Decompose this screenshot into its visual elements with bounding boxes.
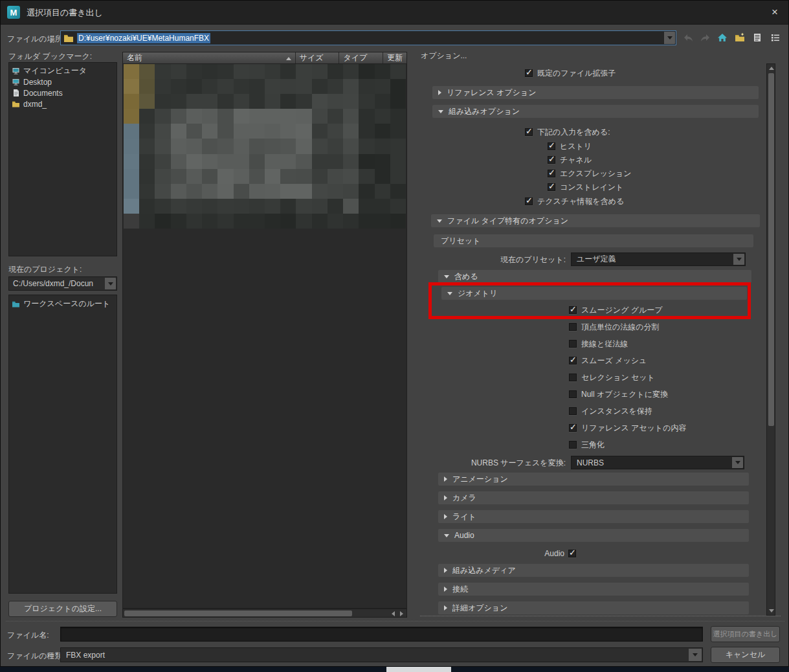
checkbox-box-icon: ✓ (569, 407, 577, 415)
checkbox-box-icon: ✓ (548, 183, 555, 191)
section-reference-options[interactable]: リファレンス オプション (432, 86, 759, 99)
checkbox-box-icon: ✓ (569, 357, 577, 364)
path-text-selected: D:¥user¥nozaki¥UE¥MetaHumanFBX (77, 33, 210, 43)
workspace-folder-icon (12, 300, 20, 308)
checkbox-history[interactable]: ✓ ヒストリ (548, 140, 592, 152)
current-preset-select[interactable]: ユーザ定義 (571, 252, 746, 266)
checkbox-split-vertex-normals[interactable]: ✓ 頂点単位の法線の分割 (569, 321, 660, 333)
section-connections[interactable]: 接続 (438, 583, 749, 596)
checkbox-selection-sets[interactable]: ✓ セレクション セット (569, 372, 655, 383)
section-filetype-options[interactable]: ファイル タイプ特有のオプション (431, 214, 760, 227)
checkbox-box-icon: ✓ (525, 128, 533, 136)
checkbox-box-icon: ✓ (525, 197, 533, 205)
forward-button[interactable] (700, 32, 711, 43)
scrollbar-thumb[interactable] (768, 73, 774, 426)
file-list-body[interactable] (122, 64, 407, 609)
checkbox-constraints[interactable]: ✓ コンストレイント (548, 181, 623, 193)
checkbox-box-icon: ✓ (548, 156, 555, 164)
current-project-label: 現在のプロジェクト: (8, 264, 82, 275)
vertical-scrollbar[interactable] (766, 63, 775, 616)
column-header-size[interactable]: サイズ (296, 52, 340, 63)
disclosure-triangle-icon (437, 219, 442, 223)
section-include[interactable]: 含める (438, 270, 751, 283)
workspace-root-item[interactable]: ワークスペースのルート (9, 298, 117, 309)
bookmark-documents[interactable]: Documents (9, 87, 117, 98)
checkbox-triangulate[interactable]: ✓ 三角化 (569, 439, 605, 451)
section-audio[interactable]: Audio (438, 529, 749, 542)
column-header-modified[interactable]: 更新 (383, 52, 406, 63)
chevron-down-icon[interactable] (732, 457, 743, 468)
checkbox-tangents-binormals[interactable]: ✓ 接線と従法線 (569, 338, 628, 350)
check-icon: ✓ (526, 126, 533, 136)
scroll-left-icon[interactable] (392, 611, 395, 616)
audio-checkbox-label: Audio (418, 548, 564, 559)
checkbox-preserve-instances[interactable]: ✓ インスタンスを保持 (569, 405, 652, 417)
horizontal-scrollbar[interactable] (122, 609, 407, 618)
title-bar: M 選択項目の書き出し × (1, 1, 788, 25)
section-embed-media[interactable]: 組み込みメディア (438, 564, 749, 577)
checkbox-expressions[interactable]: ✓ エクスプレッション (548, 168, 632, 179)
desktop-icon (12, 78, 20, 86)
section-animation[interactable]: アニメーション (438, 473, 749, 486)
new-folder-button[interactable] (734, 32, 746, 43)
check-icon: ✓ (548, 140, 555, 150)
checkbox-audio[interactable]: ✓ (568, 548, 576, 559)
workspace-panel: ワークスペースのルート (8, 295, 117, 594)
back-button[interactable] (682, 32, 694, 43)
checkbox-box-icon: ✓ (548, 170, 555, 177)
section-advanced-options[interactable]: 詳細オプション (438, 601, 749, 614)
filetype-select[interactable]: FBX export (60, 647, 703, 662)
checkbox-referenced-assets-content[interactable]: ✓ リファレンス アセットの内容 (569, 422, 686, 434)
section-include-options[interactable]: 組み込みオプション (432, 105, 759, 118)
bookmark-desktop[interactable]: Desktop (9, 76, 117, 87)
checkbox-texture-info[interactable]: ✓ テクスチャ情報を含める (525, 196, 624, 207)
current-project-select[interactable]: C:/Users/dxmd_/Docun (8, 276, 117, 291)
checkbox-box-icon: ✓ (569, 441, 577, 449)
scroll-right-icon[interactable] (400, 611, 403, 616)
current-preset-label: 現在のプリセット: (418, 254, 566, 265)
disclosure-triangle-icon (444, 534, 449, 537)
checkbox-box-icon: ✓ (569, 390, 577, 398)
filename-input[interactable] (60, 627, 703, 642)
chevron-down-icon[interactable] (105, 278, 116, 289)
checkbox-include-inputs[interactable]: ✓ 下記の入力を含める: (525, 126, 610, 138)
checkbox-smooth-mesh[interactable]: ✓ スムーズ メッシュ (569, 355, 647, 366)
disclosure-triangle-icon (444, 605, 447, 610)
bookmark-my-computer[interactable]: マイコンピュータ (9, 65, 117, 76)
details-view-button[interactable] (770, 32, 781, 43)
checkbox-smoothing-groups[interactable]: ✓ スムージング グループ (569, 304, 663, 316)
column-header-name[interactable]: 名前 (123, 52, 296, 63)
checkbox-box-icon: ✓ (569, 374, 577, 381)
list-view-button[interactable] (751, 32, 763, 43)
presets-button[interactable]: プリセット (434, 234, 753, 247)
cancel-button[interactable]: キャンセル (711, 647, 780, 663)
column-header-type[interactable]: タイプ (339, 52, 383, 63)
checkbox-channels[interactable]: ✓ チャネル (548, 154, 592, 166)
check-icon: ✓ (548, 168, 555, 177)
section-cameras[interactable]: カメラ (438, 491, 749, 504)
chevron-down-icon[interactable] (689, 649, 702, 661)
checkbox-convert-null-objects[interactable]: ✓ Null オブジェクトに変換 (569, 388, 668, 400)
chevron-down-icon[interactable] (664, 32, 675, 44)
nurbs-convert-select[interactable]: NURBS (571, 456, 744, 469)
file-list-header: 名前 サイズ タイプ 更新 (122, 52, 407, 64)
checkbox-default-extension[interactable]: ✓ 既定のファイル拡張子 (525, 67, 616, 79)
scroll-down-icon[interactable] (769, 609, 774, 612)
section-lights[interactable]: ライト (438, 510, 749, 523)
close-button[interactable]: × (768, 5, 782, 19)
bookmark-dxmd[interactable]: dxmd_ (9, 98, 117, 109)
check-icon: ✓ (548, 154, 555, 164)
file-location-input[interactable]: D:¥user¥nozaki¥UE¥MetaHumanFBX (60, 30, 676, 45)
export-selection-button[interactable]: 選択項目の書き出し (711, 626, 780, 642)
chevron-down-icon[interactable] (733, 254, 744, 265)
home-button[interactable] (717, 32, 728, 43)
section-geometry[interactable]: ジオメトリ (441, 287, 747, 300)
sort-ascending-icon (286, 57, 291, 60)
checkbox-box-icon: ✓ (568, 550, 576, 557)
folder-icon (12, 100, 20, 108)
computer-icon (12, 67, 20, 75)
project-settings-button[interactable]: プロジェクトの設定... (8, 601, 117, 617)
document-icon (12, 89, 20, 97)
scrollbar-thumb[interactable] (124, 610, 352, 616)
scroll-up-icon[interactable] (769, 67, 774, 70)
